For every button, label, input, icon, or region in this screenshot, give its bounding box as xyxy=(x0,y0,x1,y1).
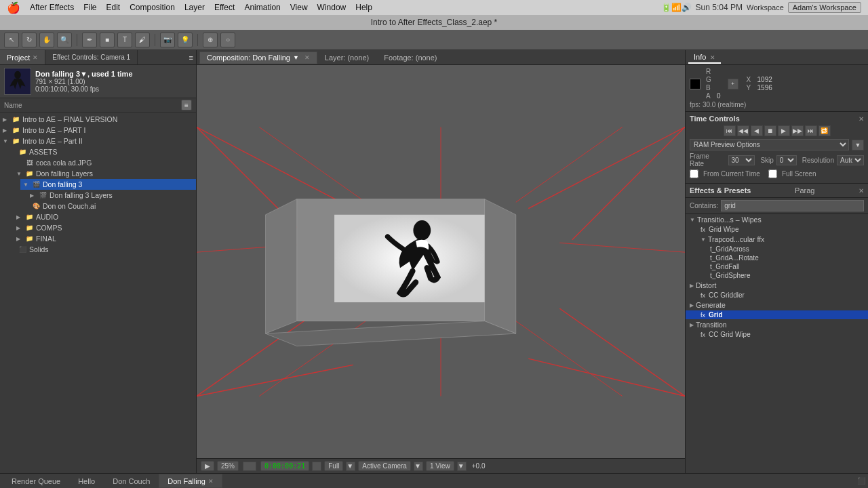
tree-item-don-couch[interactable]: 🎨 Don on Couch.ai xyxy=(20,201,196,211)
tool-light[interactable]: 💡 xyxy=(178,33,193,47)
tab-don-falling-close[interactable]: ✕ xyxy=(208,478,214,485)
tab-footage[interactable]: Footage: (none) xyxy=(376,52,444,64)
tree-item-don-falling-layers[interactable]: ▶ 🎬 Don falling 3 Layers xyxy=(27,190,196,201)
transitions-header[interactable]: ▼ Transitio...s – Wipes xyxy=(686,214,868,225)
tree-item-don-layers[interactable]: ▼ 📁 Don falling Layers xyxy=(14,168,196,179)
tc-loop[interactable]: 🔁 xyxy=(818,125,831,136)
effect-cc-griddler[interactable]: fx CC Griddler xyxy=(686,291,868,300)
tool-select[interactable]: ↖ xyxy=(4,33,19,47)
tab-info-close[interactable]: ✕ xyxy=(710,54,715,61)
effect-grid[interactable]: fx Grid xyxy=(686,310,868,319)
effect-grid-wipe[interactable]: fx Grid Wipe xyxy=(686,225,868,234)
comp-quality[interactable]: Full xyxy=(324,461,343,471)
tc-close[interactable]: ✕ xyxy=(859,115,864,123)
tab-layer[interactable]: Layer: (none) xyxy=(317,52,376,64)
ep-close[interactable]: ✕ xyxy=(859,187,864,195)
tab-composition[interactable]: Composition: Don Falling ▼ ✕ xyxy=(199,52,317,64)
tc-step-fwd[interactable]: ▶▶ xyxy=(791,125,804,136)
tab-project-close[interactable]: ✕ xyxy=(33,54,38,61)
fps-select[interactable]: 30 xyxy=(728,155,755,165)
comp-grid-btn[interactable] xyxy=(243,462,256,471)
tree-item-solids[interactable]: ⬛ Solids xyxy=(7,244,196,255)
tc-play-back[interactable]: ◀ xyxy=(751,125,763,136)
menu-edit[interactable]: Edit xyxy=(106,3,120,12)
ep-search-input[interactable] xyxy=(721,200,864,211)
tool-brush[interactable]: 🖌 xyxy=(135,33,150,47)
comp-view[interactable]: 1 View xyxy=(426,461,454,471)
transition-header[interactable]: ▶ Transition xyxy=(686,319,868,330)
comp-zoom-select[interactable]: 25% xyxy=(217,461,239,471)
generate-header[interactable]: ▶ Generate xyxy=(686,300,868,310)
tool-text[interactable]: T xyxy=(117,33,132,47)
tc-play-fwd[interactable]: ▶ xyxy=(778,125,790,136)
tool-shape[interactable]: ■ xyxy=(100,33,115,47)
menu-composition[interactable]: Composition xyxy=(130,3,175,12)
effect-cc-grid-wipe[interactable]: fx CC Grid Wipe xyxy=(686,330,868,339)
trapcode-header[interactable]: ▼ Trapcod...cular ffx xyxy=(686,234,868,245)
tool-null[interactable]: ○ xyxy=(220,33,235,47)
ram-options-btn[interactable]: ▼ xyxy=(852,140,864,150)
tab-composition-close[interactable]: ✕ xyxy=(304,54,310,61)
comp-toggle-btn[interactable]: ▶ xyxy=(201,461,214,471)
skip-select[interactable]: 0 xyxy=(776,155,797,165)
tab-don-falling[interactable]: Don Falling ✕ xyxy=(159,474,222,488)
tree-item-assets[interactable]: 📁 ASSETS xyxy=(7,146,196,157)
tool-hand[interactable]: ✋ xyxy=(39,33,54,47)
tree-item-comps[interactable]: ▶ 📁 COMPS xyxy=(14,222,196,233)
res-select[interactable]: Auto xyxy=(837,155,864,165)
comp-view-arrow[interactable]: ▼ xyxy=(457,462,467,471)
effect-t-gridacross[interactable]: t_GridAcross xyxy=(686,245,868,253)
menu-layer[interactable]: Layer xyxy=(184,3,205,12)
tab-project[interactable]: Project ✕ xyxy=(0,50,45,64)
tc-go-start[interactable]: ⏮ xyxy=(724,125,736,136)
tree-item-don-falling-3[interactable]: ▼ 🎬 Don falling 3 xyxy=(20,179,196,190)
tab-effect-controls[interactable]: Effect Controls: Camera 1 xyxy=(45,50,138,64)
panel-menu-btn[interactable]: ≡ xyxy=(186,52,196,63)
effect-t-gridsphere[interactable]: t_GridSphere xyxy=(686,271,868,280)
color-picker-btn[interactable]: + xyxy=(728,79,738,89)
menu-help[interactable]: Help xyxy=(355,3,372,12)
tree-item-part1[interactable]: ▶ 📁 Intro to AE – PART I xyxy=(0,125,196,136)
tab-hello[interactable]: Hello xyxy=(69,474,104,488)
tree-item-coca-cola[interactable]: 🖼 coca cola ad.JPG xyxy=(14,157,196,168)
menu-view[interactable]: View xyxy=(290,3,308,12)
tool-pen[interactable]: ✒ xyxy=(82,33,97,47)
comp-motion-blur[interactable] xyxy=(312,462,321,471)
tool-anchor[interactable]: ⊕ xyxy=(203,33,218,47)
effect-t-gridfall[interactable]: t_GridFall xyxy=(686,262,868,271)
tab-composition-dropdown[interactable]: ▼ xyxy=(293,54,299,61)
tab-render-queue[interactable]: Render Queue xyxy=(3,474,69,488)
project-panel-options[interactable]: ≡ xyxy=(181,100,192,110)
from-current-checkbox[interactable] xyxy=(690,169,698,178)
tab-para[interactable]: Parag xyxy=(789,185,820,196)
workspace-name[interactable]: Adam's Workspace xyxy=(788,2,861,13)
tab-info[interactable]: Info ✕ xyxy=(688,52,721,64)
tc-go-end[interactable]: ⏭ xyxy=(805,125,817,136)
tab-don-couch[interactable]: Don Couch xyxy=(104,474,159,488)
tool-rotate[interactable]: ↻ xyxy=(22,33,37,47)
tree-item-audio[interactable]: ▶ 📁 AUDIO xyxy=(14,211,196,222)
comp-camera[interactable]: Active Camera xyxy=(358,461,411,471)
timeline-expand[interactable]: ⬛ xyxy=(857,477,865,485)
tree-item-final2[interactable]: ▶ 📁 FINAL xyxy=(14,233,196,244)
full-screen-checkbox[interactable] xyxy=(768,169,777,178)
comp-camera-arrow[interactable]: ▼ xyxy=(414,462,423,471)
comp-quality-arrow[interactable]: ▼ xyxy=(346,462,355,471)
color-swatch[interactable] xyxy=(690,79,701,89)
menu-file[interactable]: File xyxy=(83,3,96,12)
apple-menu[interactable]: 🍎 xyxy=(7,1,20,14)
distort-header[interactable]: ▶ Distort xyxy=(686,280,868,291)
project-tree[interactable]: ▶ 📁 Intro to AE – FINAL VERSION ▶ 📁 Intr… xyxy=(0,113,196,473)
tree-item-part2[interactable]: ▼ 📁 Intro to AE – Part II xyxy=(0,136,196,146)
tool-zoom[interactable]: 🔍 xyxy=(57,33,72,47)
menu-after-effects[interactable]: After Effects xyxy=(30,3,74,12)
effect-t-gridrotate[interactable]: t_GridA...Rotate xyxy=(686,253,868,262)
menu-animation[interactable]: Animation xyxy=(244,3,280,12)
tool-camera[interactable]: 📷 xyxy=(160,33,175,47)
tc-step-back[interactable]: ◀◀ xyxy=(737,125,749,136)
ram-preview-select[interactable]: RAM Preview Options xyxy=(690,139,849,150)
tc-stop[interactable]: ⏹ xyxy=(764,125,776,136)
menu-window[interactable]: Window xyxy=(317,3,347,12)
menu-effect[interactable]: Effect xyxy=(214,3,235,12)
comp-timecode[interactable]: 0:00:00:21 xyxy=(260,461,309,471)
